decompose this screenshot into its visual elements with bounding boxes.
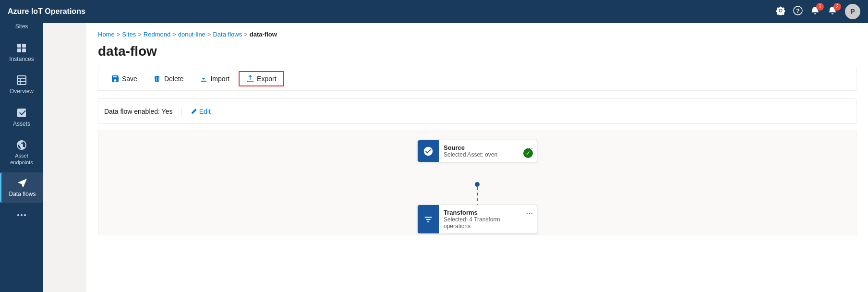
breadcrumb-data-flows[interactable]: Data flows: [213, 31, 242, 38]
sidebar-label-assets: Assets: [13, 121, 30, 128]
breadcrumb-donut-line[interactable]: donut-line: [178, 31, 205, 38]
data-flow-enabled-text: Data flow enabled: Yes: [104, 108, 172, 115]
sidebar-label-sites: Sites: [15, 23, 28, 31]
save-button[interactable]: Save: [104, 72, 145, 86]
sidebar-item-data-flows[interactable]: Data flows: [0, 172, 43, 203]
import-icon: [200, 75, 207, 83]
svg-text:?: ?: [796, 8, 799, 14]
transforms-node-menu[interactable]: ···: [522, 205, 537, 233]
settings-icon[interactable]: [776, 6, 785, 18]
sidebar-item-assets[interactable]: Assets: [0, 102, 43, 133]
delete-icon: [154, 75, 161, 83]
export-icon: [246, 75, 254, 83]
help-icon[interactable]: ?: [793, 6, 803, 18]
connector-dot: [475, 182, 480, 187]
source-node-subtitle: Selected Asset: oven: [444, 151, 518, 158]
svg-rect-3: [22, 44, 26, 48]
breadcrumb-current: data-flow: [250, 31, 277, 38]
sidebar-item-overview[interactable]: Overview: [0, 70, 43, 100]
avatar[interactable]: P: [845, 4, 860, 19]
svg-rect-6: [17, 76, 26, 85]
edit-button[interactable]: Edit: [191, 108, 211, 115]
svg-rect-2: [17, 44, 21, 48]
topbar-icons: ? 1 2 P: [776, 4, 860, 19]
source-node[interactable]: Source Selected Asset: oven ··· ✓: [417, 140, 537, 162]
import-button[interactable]: Import: [193, 72, 237, 86]
source-node-check: ✓: [523, 148, 533, 158]
flow-canvas: Source Selected Asset: oven ··· ✓ Transf…: [98, 130, 856, 235]
connector-line: [477, 187, 478, 206]
sidebar-item-more[interactable]: [0, 205, 43, 226]
breadcrumb: Home > Sites > Redmond > donut-line > Da…: [98, 31, 856, 38]
svg-rect-4: [17, 49, 21, 52]
transforms-node-title: Transforms: [444, 209, 518, 216]
info-bar: Data flow enabled: Yes | Edit: [98, 98, 856, 124]
notification2-icon[interactable]: 2: [828, 6, 837, 18]
topbar: Azure IoT Operations ? 1 2 P: [0, 0, 868, 23]
svg-point-13: [24, 214, 26, 216]
save-icon: [111, 75, 119, 83]
main-content: Home > Sites > Redmond > donut-line > Da…: [86, 23, 868, 292]
sidebar-item-asset-endpoints[interactable]: Asset endpoints: [0, 134, 43, 170]
edit-icon: [191, 108, 197, 115]
toolbar: Save Delete Import Export: [98, 67, 856, 91]
svg-point-12: [21, 214, 23, 216]
delete-button[interactable]: Delete: [146, 72, 191, 86]
source-node-title: Source: [444, 144, 518, 151]
notification2-badge: 2: [833, 3, 841, 11]
sidebar-label-overview: Overview: [10, 88, 34, 96]
transforms-node[interactable]: Transforms Selected: 4 Transform operati…: [417, 205, 537, 234]
svg-point-11: [17, 214, 19, 216]
svg-rect-5: [22, 49, 26, 52]
sidebar: Sites Instances Overview Assets Asset en…: [0, 0, 43, 292]
transforms-node-body: Transforms Selected: 4 Transform operati…: [439, 205, 522, 233]
breadcrumb-redmond[interactable]: Redmond: [144, 31, 170, 38]
export-button[interactable]: Export: [239, 71, 284, 86]
sidebar-label-data-flows: Data flows: [9, 191, 36, 198]
main-wrapper: Home > Sites > Redmond > donut-line > Da…: [86, 23, 868, 292]
source-node-icon: [418, 140, 439, 162]
source-node-body: Source Selected Asset: oven: [439, 140, 522, 162]
breadcrumb-sites[interactable]: Sites: [122, 31, 136, 38]
notification1-icon[interactable]: 1: [810, 6, 820, 18]
transforms-node-subtitle: Selected: 4 Transform operations: [444, 216, 518, 230]
app-title: Azure IoT Operations: [8, 7, 85, 16]
breadcrumb-home[interactable]: Home: [98, 31, 115, 38]
notification1-badge: 1: [816, 3, 824, 11]
svg-rect-15: [427, 221, 429, 222]
sidebar-item-instances[interactable]: Instances: [0, 37, 43, 68]
sidebar-label-asset-endpoints: Asset endpoints: [3, 153, 40, 165]
page-title: data-flow: [98, 44, 856, 59]
svg-rect-14: [426, 219, 430, 220]
transforms-node-icon: [418, 205, 439, 233]
sidebar-label-instances: Instances: [9, 56, 34, 63]
